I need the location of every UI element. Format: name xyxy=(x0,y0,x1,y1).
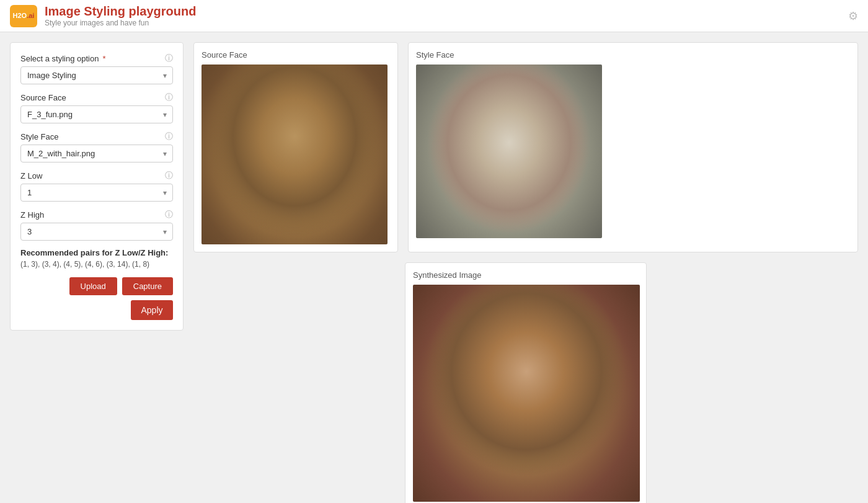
source-face-select[interactable]: F_3_fun.png F_1.png F_2.png xyxy=(20,105,173,123)
style-face-panel: Style Face xyxy=(408,42,858,252)
styling-option-field: Select a styling option * ⓘ Image Stylin… xyxy=(20,53,173,84)
recommended-pairs-label: Recommended pairs for Z Low/Z High: xyxy=(20,248,173,257)
content-area: Source Face Style Face Synthesized Image xyxy=(193,42,858,503)
z-high-label: Z High ⓘ xyxy=(20,209,173,220)
z-low-select-wrapper: 1 2 3 4 5 xyxy=(20,184,173,202)
recommended-pairs-group: Recommended pairs for Z Low/Z High: (1, … xyxy=(20,248,173,269)
sidebar-panel: Select a styling option * ⓘ Image Stylin… xyxy=(10,42,184,331)
synthesized-panel-label: Synthesized Image xyxy=(413,270,639,280)
top-image-row: Source Face Style Face xyxy=(193,42,858,252)
z-high-select-wrapper: 3 4 5 6 7 8 14 xyxy=(20,223,173,241)
styling-option-label: Select a styling option * ⓘ xyxy=(20,53,173,64)
z-high-info-icon[interactable]: ⓘ xyxy=(165,209,173,220)
app-title: Image Styling playground xyxy=(45,4,196,19)
z-low-label: Z Low ⓘ xyxy=(20,170,173,181)
z-high-field: Z High ⓘ 3 4 5 6 7 8 14 xyxy=(20,209,173,241)
z-high-select[interactable]: 3 4 5 6 7 8 14 xyxy=(20,223,173,241)
app-logo: H2O.ai xyxy=(10,5,37,27)
app-header: H2O.ai Image Styling playground Style yo… xyxy=(0,0,868,32)
style-face-field: Style Face ⓘ M_2_with_hair.png M_1.png F… xyxy=(20,131,173,162)
apply-button[interactable]: Apply xyxy=(131,300,173,320)
style-face-label: Style Face ⓘ xyxy=(20,131,173,142)
style-face-info-icon[interactable]: ⓘ xyxy=(165,131,173,142)
source-face-image xyxy=(202,65,388,244)
main-layout: Select a styling option * ⓘ Image Stylin… xyxy=(0,32,868,503)
app-subtitle: Style your images and have fun xyxy=(45,19,196,27)
recommended-pairs-value: (1, 3), (3, 4), (4, 5), (4, 6), (3, 14),… xyxy=(20,260,173,269)
source-face-field: Source Face ⓘ F_3_fun.png F_1.png F_2.pn… xyxy=(20,92,173,123)
header-title-group: Image Styling playground Style your imag… xyxy=(45,4,196,27)
style-face-image xyxy=(416,65,602,238)
logo-h2o: H2O xyxy=(13,12,27,19)
styling-option-select-wrapper: Image Styling Color Transfer Texture Tra… xyxy=(20,66,173,84)
upload-capture-row: Upload Capture xyxy=(20,277,173,295)
style-face-select[interactable]: M_2_with_hair.png M_1.png F_1.png xyxy=(20,145,173,162)
upload-button[interactable]: Upload xyxy=(69,277,117,295)
z-low-info-icon[interactable]: ⓘ xyxy=(165,170,173,181)
synthesized-panel: Synthesized Image xyxy=(405,262,647,503)
z-low-field: Z Low ⓘ 1 2 3 4 5 xyxy=(20,170,173,202)
source-face-info-icon[interactable]: ⓘ xyxy=(165,92,173,103)
required-indicator: * xyxy=(102,54,105,63)
source-face-select-wrapper: F_3_fun.png F_1.png F_2.png xyxy=(20,105,173,123)
style-face-panel-label: Style Face xyxy=(416,50,850,60)
apply-row: Apply xyxy=(20,300,173,320)
source-face-label: Source Face ⓘ xyxy=(20,92,173,103)
settings-icon[interactable]: ⚙ xyxy=(848,9,858,23)
style-face-select-wrapper: M_2_with_hair.png M_1.png F_1.png xyxy=(20,145,173,162)
synthesized-image xyxy=(413,285,640,502)
logo-dot: .ai xyxy=(27,12,34,19)
source-face-panel-label: Source Face xyxy=(202,50,390,60)
source-face-panel: Source Face xyxy=(193,42,398,252)
styling-option-select[interactable]: Image Styling Color Transfer Texture Tra… xyxy=(20,66,173,84)
z-low-select[interactable]: 1 2 3 4 5 xyxy=(20,184,173,202)
synthesized-row: Synthesized Image xyxy=(193,262,858,503)
capture-button[interactable]: Capture xyxy=(122,277,173,295)
styling-option-info-icon[interactable]: ⓘ xyxy=(165,53,173,64)
